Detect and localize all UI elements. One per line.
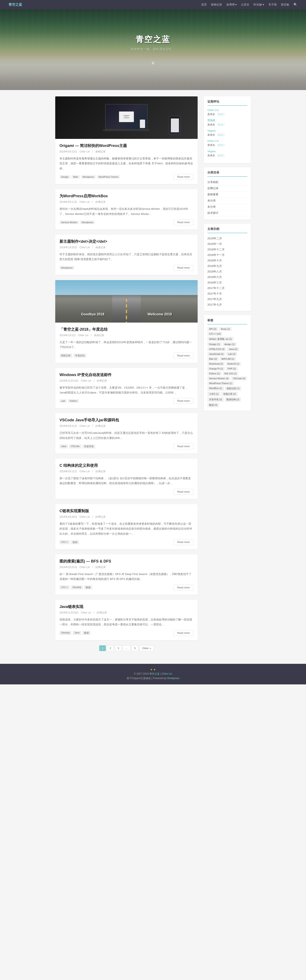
read-more-button[interactable]: Read more (174, 585, 193, 590)
tag-cloud-item[interactable]: VSCode (4) (231, 377, 247, 380)
tag-cloud-item[interactable]: WordBox (1) (207, 386, 224, 391)
tag-cloud-item[interactable]: Lab (2) (226, 352, 237, 356)
read-more-button[interactable]: Read more (174, 489, 193, 495)
read-more-button[interactable]: Read more (174, 265, 193, 271)
tag-cloud-item[interactable]: PHP (2) (226, 367, 237, 371)
tag-lab[interactable]: Lab (59, 399, 67, 402)
tag-cloud-item[interactable]: Python (1) (207, 372, 222, 375)
page-5-button[interactable]: 5 (132, 645, 138, 651)
page-2-button[interactable]: 2 (107, 645, 114, 651)
article-tags: 精彩记录 年度总结 (59, 353, 86, 358)
article-author: Chtor Lin (80, 246, 90, 249)
tag-develop[interactable]: Develop (59, 631, 72, 635)
recent-comment-item: Chtor Lin 发表在 《近生》 (207, 139, 247, 147)
tag-cloud-item[interactable]: Java (2) (227, 347, 239, 351)
tag-wordpress[interactable]: Wordpress (59, 266, 74, 269)
tag-cloud-item[interactable]: MATLAB (1) (220, 357, 236, 361)
article-author: Chtor Lin (81, 379, 91, 382)
page-next-button[interactable]: Older » (140, 645, 154, 651)
page-ellipsis: ... (123, 645, 130, 651)
tag-cloud-item[interactable]: C/C++ (10) (207, 332, 222, 336)
hero-arrow[interactable]: ∨ (131, 60, 175, 65)
tag-devenv[interactable]: 开发环境 (83, 444, 95, 449)
tag-cloud-item[interactable]: Mac (2) (207, 357, 219, 361)
tag-cloud-item[interactable]: WS-1X5 (1) (223, 372, 238, 375)
nav-music[interactable]: 云音乐 (241, 3, 249, 6)
tag-cloud-item[interactable]: 精彩记录 (7) (225, 386, 241, 391)
tag-cloud-item[interactable]: 开发环境 (3) (207, 397, 224, 402)
article-body: Java链表实现 2019年11月23日 Chtor Lin / 好博记录 回想… (55, 600, 198, 640)
read-more-button[interactable]: Read more (174, 220, 193, 225)
tag-wp-theme[interactable]: WordPress-Theme (97, 175, 120, 178)
tag-java[interactable]: Java (73, 631, 81, 635)
page-3-button[interactable]: 3 (115, 645, 121, 651)
tag-sw[interactable]: Service Worker (59, 221, 79, 224)
article-tags: Design Web Wordpress WordPress-Theme (59, 175, 120, 178)
tag-cloud-item[interactable]: 专题分类 (2) (222, 392, 238, 396)
tag-cloud-item[interactable]: JavaScript (2) (207, 352, 225, 356)
tag-cloud-item[interactable]: Array (1) (219, 327, 232, 331)
tag-cloud-item[interactable]: NodeJS (1) (226, 362, 241, 366)
nav-blog[interactable]: 发博博 ▾ (226, 3, 237, 6)
read-more-button[interactable]: Read more (174, 630, 193, 636)
tag-cloud-item[interactable]: design (1) (223, 342, 236, 346)
list-item: 2017年十月 (207, 291, 247, 296)
footer-stars: ★ ★ (4, 668, 302, 671)
tag-design[interactable]: Design (59, 175, 70, 178)
tag-wordpress[interactable]: Wordpress (81, 175, 96, 178)
tag-jingcai[interactable]: 精彩记录 (59, 353, 72, 358)
tag-cloud-item[interactable]: 数据结构 (2) (225, 397, 241, 402)
article-body: 为WordPress启用WorkBox 2019年3月11日 Chtor Lin… (55, 189, 198, 229)
footer-wp-link[interactable]: Wordpress (167, 677, 179, 680)
nav-guestbook[interactable]: 留言板 (281, 3, 289, 6)
tag-develop[interactable]: Develop (71, 585, 83, 590)
tag-cpp[interactable]: C/C++ (59, 540, 70, 544)
article-excerpt: 回想这段，大家好许许多的实现方了这天一，请领听分享关于链表的实现，以前就处理的功… (59, 617, 193, 627)
nav-about[interactable]: 关于我 (268, 3, 277, 6)
read-more-button[interactable]: Read more (174, 443, 193, 449)
article-date: 2019年11月14日 (59, 379, 78, 382)
tag-vscode[interactable]: VSCode (69, 444, 81, 449)
tag-data[interactable]: 数据 (84, 585, 92, 590)
article-meta: 2019年5月21日 Chtor Lin / 好博记录 (59, 424, 193, 428)
tag-wp[interactable]: Wordpress (80, 221, 95, 224)
tag-cloud-item[interactable]: Nextcloud (2) (207, 362, 225, 366)
meta-sep: / (94, 611, 94, 614)
tag-cloud-item[interactable]: 数据 (3) (207, 403, 219, 407)
nav-logo[interactable]: 青空之蓝 (8, 3, 22, 7)
read-more-button[interactable]: Read more (174, 398, 193, 404)
tag-python[interactable]: Python (68, 399, 79, 402)
read-more-button[interactable]: Read more (174, 353, 193, 359)
tag-nian[interactable]: 年度总结 (73, 353, 86, 358)
tag-cloud-item[interactable]: API (2) (207, 327, 218, 331)
tag-cloud-item[interactable]: Design (1) (207, 342, 222, 346)
article-date: 2019年5月22日 (59, 566, 77, 569)
read-more-button[interactable]: Read more (174, 539, 193, 545)
list-item: 2017年七月 (207, 302, 247, 307)
page-1-button[interactable]: 1 (99, 645, 106, 651)
tag-cloud-item[interactable]: WordPress-Theme (1) (207, 381, 234, 385)
sidebar-section-title: 近期评论 (207, 100, 247, 106)
search-icon[interactable]: 🔍 (293, 3, 298, 6)
tag-cloud-item[interactable]: 小米5 (1) (207, 392, 220, 396)
navigation: 青空之蓝 首页 新精记录 发博博 ▾ 云音乐 时光轴 ▾ 关于我 留言板 🔍 (0, 0, 306, 10)
tag-linked[interactable]: 链表 (71, 540, 79, 544)
article-meta: 2019年1月1日 Chtor Lin / 杂谈记录 (59, 334, 193, 337)
list-item: 2019年二月 (207, 236, 247, 241)
read-more-button[interactable]: Read more (174, 174, 193, 180)
footer-site-link[interactable]: 青空之蓝 (150, 672, 159, 675)
tag-cloud-item[interactable]: debian, 备用版, ao (1) (207, 337, 234, 341)
nav-jingji[interactable]: 新精记录 (211, 3, 222, 6)
tag-cpp[interactable]: C/C++ (59, 585, 70, 590)
tag-data[interactable]: 数据 (83, 631, 91, 635)
tag-java[interactable]: Java (59, 444, 68, 449)
tag-cloud-item[interactable]: HTML/CSS (3) (207, 347, 226, 351)
tag-cloud-item[interactable]: Orange Pi (1) (207, 367, 225, 371)
nav-home[interactable]: 首页 (201, 3, 207, 6)
tag-web[interactable]: Web (72, 175, 80, 178)
nav-timeline[interactable]: 时光轴 ▾ (253, 3, 264, 6)
footer-author-link[interactable]: Chtor Lin (162, 672, 172, 675)
article-footer: Lab Python Read more (59, 398, 193, 404)
article-author: Chtor Lin (81, 611, 91, 614)
tag-cloud-item[interactable]: Service Worker (3) (207, 377, 230, 380)
